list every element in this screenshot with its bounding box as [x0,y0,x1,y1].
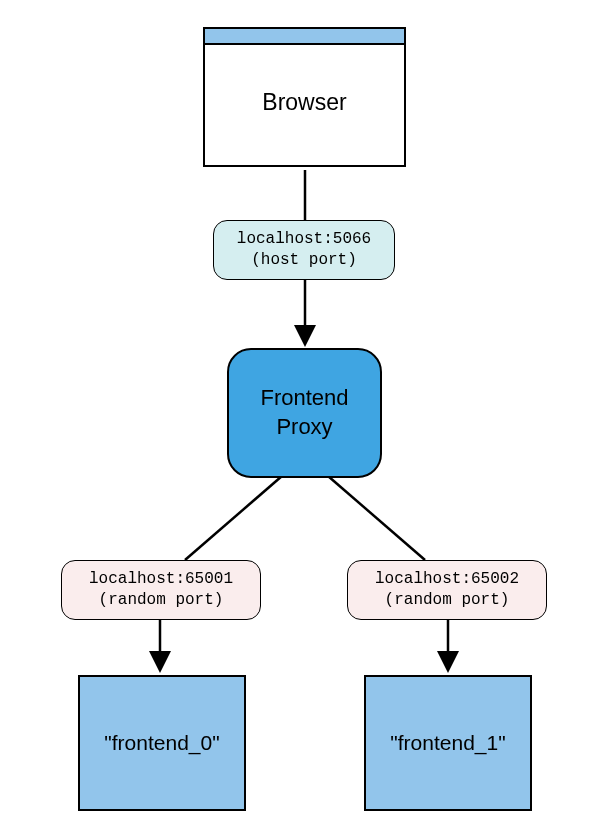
proxy-label-line1: Frontend [260,384,348,413]
random-port-right-label: localhost:65002 (random port) [347,560,547,620]
host-port-note: (host port) [232,250,376,271]
host-port-address: localhost:5066 [232,229,376,250]
svg-line-4 [328,476,425,560]
random-port-left-address: localhost:65001 [80,569,242,590]
frontend-0-label: "frontend_0" [104,731,219,755]
frontend-proxy-node: Frontend Proxy [227,348,382,478]
random-port-right-note: (random port) [366,590,528,611]
random-port-right-address: localhost:65002 [366,569,528,590]
host-port-label: localhost:5066 (host port) [213,220,395,280]
browser-node: Browser [203,27,406,167]
proxy-label-line2: Proxy [276,413,332,442]
random-port-left-label: localhost:65001 (random port) [61,560,261,620]
browser-title-bar [205,29,404,45]
svg-line-3 [185,476,282,560]
architecture-diagram: Browser localhost:5066 (host port) Front… [0,0,609,837]
frontend-0-node: "frontend_0" [78,675,246,811]
browser-label: Browser [262,89,346,116]
random-port-left-note: (random port) [80,590,242,611]
frontend-1-node: "frontend_1" [364,675,532,811]
frontend-1-label: "frontend_1" [390,731,505,755]
